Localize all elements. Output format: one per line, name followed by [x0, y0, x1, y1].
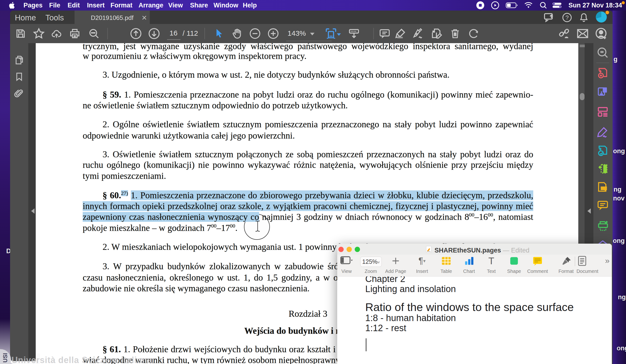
svg-text:?: ?	[565, 14, 569, 21]
